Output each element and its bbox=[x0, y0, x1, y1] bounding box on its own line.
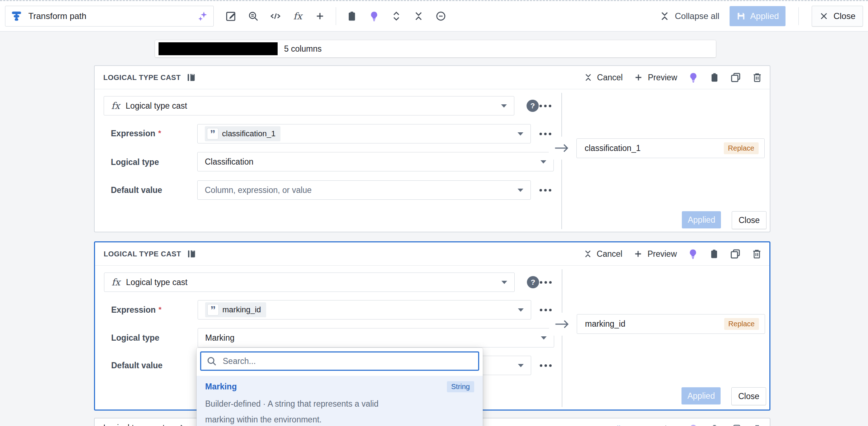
remove-circle-icon[interactable] bbox=[431, 6, 451, 26]
code-icon[interactable] bbox=[265, 6, 286, 26]
card1-output-column[interactable]: classification_1 Replace bbox=[576, 138, 765, 158]
cancel-x-icon bbox=[584, 73, 593, 82]
card2-header: LOGICAL TYPE CAST Cancel Preview bbox=[95, 242, 769, 266]
clipboard-icon[interactable] bbox=[709, 249, 719, 259]
card3-preview-button[interactable]: Preview bbox=[633, 424, 677, 426]
preview-label: Preview bbox=[647, 249, 677, 259]
duplicate-icon[interactable] bbox=[730, 248, 741, 259]
option-description: Builder-defined · A string that represen… bbox=[205, 396, 474, 426]
card1-footer: Applied Close bbox=[682, 211, 766, 229]
card1-cancel-button[interactable]: Cancel bbox=[584, 73, 623, 82]
more-options-icon[interactable] bbox=[539, 133, 551, 135]
collapse-all-label: Collapse all bbox=[675, 11, 720, 21]
card1-header: LOGICAL TYPE CAST Cancel Preview bbox=[95, 66, 770, 89]
trash-icon[interactable] bbox=[752, 424, 763, 426]
default-value-label: Default value bbox=[111, 185, 162, 195]
top-toolbar: Transform path fx bbox=[0, 0, 868, 32]
applied-button[interactable]: Applied bbox=[730, 6, 786, 26]
function-name: Logical type cast bbox=[126, 101, 495, 111]
save-icon bbox=[736, 11, 746, 21]
card2-expression-field[interactable]: ” marking_id bbox=[198, 300, 531, 320]
help-icon[interactable]: ? bbox=[527, 100, 539, 112]
fx-icon: fx bbox=[111, 100, 120, 111]
card2-logical-type-select[interactable]: Marking bbox=[198, 328, 554, 347]
expression-label: Expression* bbox=[111, 129, 161, 138]
collapse-all-button[interactable]: Collapse all bbox=[656, 6, 722, 26]
trash-icon[interactable] bbox=[752, 72, 763, 83]
board-icon bbox=[187, 248, 196, 259]
clipboard-icon[interactable] bbox=[709, 72, 720, 82]
preview-label: Preview bbox=[648, 425, 677, 426]
caret-down-icon bbox=[518, 364, 524, 367]
arrow-right-icon bbox=[549, 313, 575, 336]
quote-icon: ” bbox=[207, 304, 219, 316]
card1-applied-button[interactable]: Applied bbox=[682, 211, 721, 228]
search-input[interactable] bbox=[222, 356, 473, 366]
arrow-right-icon bbox=[173, 423, 185, 426]
card1-body: fx Logical type cast ? Expression* ” cla… bbox=[95, 89, 770, 232]
more-options-icon[interactable] bbox=[539, 189, 551, 191]
replace-badge[interactable]: Replace bbox=[724, 318, 759, 330]
more-options-icon[interactable] bbox=[540, 364, 552, 367]
duplicate-icon[interactable] bbox=[730, 72, 741, 83]
lightbulb-icon[interactable] bbox=[688, 424, 699, 426]
lightbulb-icon[interactable] bbox=[688, 248, 698, 259]
cancel-label: Cancel bbox=[597, 73, 623, 82]
more-options-icon[interactable] bbox=[539, 105, 551, 107]
search-document-icon[interactable] bbox=[243, 6, 263, 26]
caret-down-icon bbox=[541, 336, 547, 340]
edit-icon[interactable] bbox=[221, 6, 241, 26]
fx-icon[interactable]: fx bbox=[288, 6, 308, 26]
lightbulb-icon[interactable] bbox=[688, 72, 699, 83]
card1-default-value-field[interactable]: Column, expression, or value bbox=[197, 180, 531, 200]
card2-cancel-button[interactable]: Cancel bbox=[583, 249, 623, 259]
replace-badge[interactable]: Replace bbox=[724, 142, 759, 154]
transform-path-label: Transform path bbox=[28, 11, 191, 21]
sparkle-icon bbox=[197, 10, 208, 22]
card3-edit-button[interactable]: Edit bbox=[594, 424, 623, 426]
lightbulb-icon[interactable] bbox=[364, 6, 384, 26]
output-column-name: classification_1 bbox=[585, 143, 724, 153]
card1-preview-button[interactable]: Preview bbox=[633, 72, 677, 82]
expand-all-icon[interactable] bbox=[386, 6, 406, 26]
collapse-icon[interactable] bbox=[409, 6, 429, 26]
dataset-node-bar[interactable]: 5 columns bbox=[155, 40, 716, 57]
fx-icon: fx bbox=[112, 277, 120, 288]
card2-function-select[interactable]: fx Logical type cast bbox=[104, 273, 515, 292]
plus-icon bbox=[633, 72, 643, 82]
card2-preview-button[interactable]: Preview bbox=[633, 249, 677, 259]
close-panel-button[interactable]: Close bbox=[812, 6, 863, 27]
card2-close-button[interactable]: Close bbox=[731, 387, 766, 405]
card2-applied-button[interactable]: Applied bbox=[681, 387, 721, 404]
column-chip: ” classification_1 bbox=[205, 126, 280, 141]
default-value-label: Default value bbox=[111, 361, 162, 370]
duplicate-icon[interactable] bbox=[730, 424, 741, 426]
card1-close-button[interactable]: Close bbox=[732, 211, 766, 229]
transform-path-icon bbox=[10, 10, 23, 22]
add-icon[interactable] bbox=[310, 6, 330, 26]
required-asterisk: * bbox=[159, 305, 161, 315]
transform-path-selector[interactable]: Transform path bbox=[5, 6, 214, 27]
toolbar-divider bbox=[336, 7, 336, 25]
card1-logical-type-select[interactable]: Classification bbox=[197, 152, 554, 171]
more-options-icon[interactable] bbox=[540, 309, 552, 311]
clipboard-icon[interactable] bbox=[709, 424, 720, 426]
default-value-placeholder: Column, expression, or value bbox=[205, 185, 512, 195]
card2-output-column[interactable]: marking_id Replace bbox=[577, 314, 765, 334]
caret-down-icon bbox=[518, 189, 523, 192]
card2-title: LOGICAL TYPE CAST bbox=[104, 250, 181, 258]
dropdown-search-field[interactable] bbox=[200, 351, 479, 371]
card1-function-select[interactable]: fx Logical type cast bbox=[104, 96, 514, 115]
more-options-icon[interactable] bbox=[540, 281, 552, 284]
caret-down-icon bbox=[501, 104, 507, 108]
logical-type-value: Classification bbox=[205, 157, 535, 167]
help-icon[interactable]: ? bbox=[527, 276, 539, 288]
trash-icon[interactable] bbox=[751, 248, 762, 259]
edit-label: Edit bbox=[609, 425, 623, 426]
option-name: Marking bbox=[205, 382, 237, 392]
clipboard-icon[interactable] bbox=[342, 6, 362, 26]
form-output-divider bbox=[562, 269, 562, 407]
card1-expression-field[interactable]: ” classification_1 bbox=[197, 124, 531, 143]
dropdown-option-marking[interactable]: Marking String Builder-defined · A strin… bbox=[197, 376, 483, 426]
form-output-divider bbox=[561, 93, 562, 229]
